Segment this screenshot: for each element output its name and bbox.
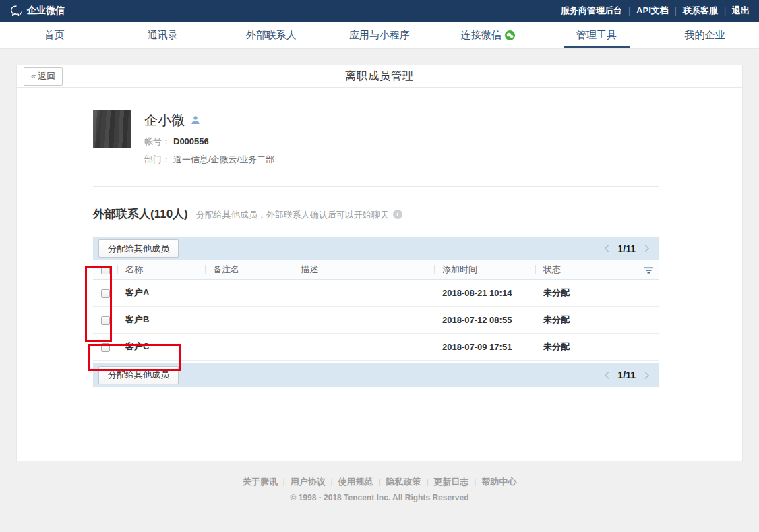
topbar-link-provider-admin[interactable]: 服务商管理后台 — [561, 5, 622, 17]
tab-label: 连接微信 — [461, 29, 502, 40]
tab-connect-wechat[interactable]: 连接微信 — [433, 22, 542, 48]
col-header-remark: 备注名 — [205, 260, 293, 279]
cell-status: 未分配 — [535, 306, 638, 333]
separator: | — [474, 478, 476, 486]
contacts-table: 名称 备注名 描述 添加时间 状态 — [93, 260, 659, 361]
prev-page-icon[interactable] — [603, 243, 611, 254]
separator: | — [628, 6, 630, 16]
table-toolbar-top: 分配给其他成员 1/11 — [93, 237, 659, 260]
table-toolbar-bottom: 分配给其他成员 1/11 — [93, 363, 659, 387]
footer-link-user-agreement[interactable]: 用户协议 — [291, 477, 326, 487]
avatar — [93, 110, 131, 148]
topbar-links: 服务商管理后台 | API文档 | 联系客服 | 退出 — [561, 5, 750, 17]
department-row: 部门：道一信息/企微云/业务二部 — [144, 154, 274, 166]
cell-added-time: 2018-08-21 10:14 — [434, 279, 535, 306]
member-profile: 企小微 帐号：D000556 部门：道一信息/企微云/业务二部 — [93, 110, 742, 166]
tab-external-contacts[interactable]: 外部联系人 — [217, 22, 326, 48]
cell-description — [293, 333, 434, 360]
tab-label: 管理工具 — [576, 29, 617, 40]
profile-info: 企小微 帐号：D000556 部门：道一信息/企微云/业务二部 — [144, 110, 274, 166]
info-icon[interactable]: i — [393, 210, 402, 219]
account-row: 帐号：D000556 — [144, 136, 274, 148]
table-row: 客户B 2018-07-12 08:55 未分配 — [93, 306, 659, 333]
table-header-row: 名称 备注名 描述 添加时间 状态 — [93, 260, 659, 279]
table-row: 客户A 2018-08-21 10:14 未分配 — [93, 279, 659, 306]
back-label: 返回 — [38, 71, 55, 81]
select-all-checkbox[interactable] — [101, 266, 110, 274]
col-header-added-time: 添加时间 — [434, 260, 535, 279]
footer-link-usage-rules[interactable]: 使用规范 — [338, 477, 373, 487]
col-header-status: 状态 — [535, 260, 638, 279]
prev-page-icon[interactable] — [603, 370, 611, 381]
topbar-link-api-docs[interactable]: API文档 — [636, 5, 669, 17]
footer-link-about[interactable]: 关于腾讯 — [243, 477, 278, 487]
footer-link-help-center[interactable]: 帮助中心 — [481, 477, 516, 487]
divider — [93, 186, 659, 187]
wechat-icon — [505, 31, 515, 42]
cell-name: 客户B — [117, 306, 205, 333]
cell-remark — [205, 306, 293, 333]
cell-description — [293, 306, 434, 333]
row-checkbox[interactable] — [101, 343, 110, 352]
tab-label: 应用与小程序 — [349, 29, 410, 40]
cell-added-time: 2018-07-12 08:55 — [434, 306, 535, 333]
row-checkbox[interactable] — [101, 316, 110, 325]
tab-label: 外部联系人 — [246, 29, 297, 40]
tab-home[interactable]: 首页 — [0, 22, 109, 48]
col-header-name: 名称 — [117, 260, 205, 279]
table-row: 客户C 2018-07-09 17:51 未分配 — [93, 333, 659, 360]
external-contacts-table: 分配给其他成员 1/11 名称 备注名 — [93, 237, 659, 387]
cell-remark — [205, 279, 293, 306]
main-nav: 首页 通讯录 外部联系人 应用与小程序 连接微信 管理工具 我的企业 — [0, 22, 759, 49]
assign-button-top[interactable]: 分配给其他成员 — [98, 239, 179, 258]
brand-name: 企业微信 — [27, 5, 65, 17]
section-title: 外部联系人(110人) — [93, 206, 188, 222]
separator: | — [724, 6, 726, 16]
tab-my-company[interactable]: 我的企业 — [650, 22, 759, 48]
tab-label: 首页 — [44, 29, 64, 40]
tab-apps[interactable]: 应用与小程序 — [326, 22, 434, 48]
card-header: «返回 离职成员管理 — [17, 65, 742, 88]
row-checkbox[interactable] — [101, 289, 110, 298]
footer-link-changelog[interactable]: 更新日志 — [433, 477, 468, 487]
pagination-top: 1/11 — [603, 243, 651, 254]
page-indicator: 1/11 — [618, 370, 636, 380]
member-name: 企小微 — [144, 111, 185, 129]
col-header-description: 描述 — [293, 260, 434, 279]
separator: | — [379, 478, 381, 486]
account-value: D000556 — [173, 136, 209, 146]
cell-status: 未分配 — [535, 333, 638, 360]
next-page-icon[interactable] — [642, 370, 651, 381]
topbar-link-logout[interactable]: 退出 — [732, 5, 750, 17]
content-card: «返回 离职成员管理 企小微 帐号：D000556 部门：道一信息/企微云/业务… — [16, 65, 743, 461]
cell-remark — [205, 333, 293, 360]
topbar-link-contact-support[interactable]: 联系客服 — [683, 5, 718, 17]
brand: 企业微信 — [9, 4, 65, 18]
back-button[interactable]: «返回 — [24, 67, 63, 86]
separator: | — [283, 478, 285, 486]
tab-label: 通讯录 — [148, 29, 178, 40]
assign-button-bottom[interactable]: 分配给其他成员 — [98, 366, 179, 384]
tab-label: 我的企业 — [685, 29, 725, 40]
cell-name: 客户C — [117, 333, 205, 360]
section-subtitle: 分配给其他成员，外部联系人确认后可以开始聊天 — [196, 209, 389, 221]
tab-contacts[interactable]: 通讯录 — [109, 22, 217, 48]
back-chevrons-icon: « — [31, 71, 36, 81]
section-head: 外部联系人(110人) 分配给其他成员，外部联系人确认后可以开始聊天 i — [93, 206, 742, 222]
pagination-bottom: 1/11 — [603, 370, 651, 381]
cell-status: 未分配 — [535, 279, 638, 306]
cell-added-time: 2018-07-09 17:51 — [434, 333, 535, 360]
footer-link-privacy-policy[interactable]: 隐私政策 — [386, 477, 421, 487]
wecom-logo-icon — [9, 4, 24, 18]
filter-icon[interactable] — [644, 266, 654, 274]
department-value: 道一信息/企微云/业务二部 — [173, 154, 274, 165]
cell-description — [293, 279, 434, 306]
next-page-icon[interactable] — [642, 243, 651, 254]
footer: 关于腾讯|用户协议|使用规范|隐私政策|更新日志|帮助中心 © 1998 - 2… — [0, 476, 759, 502]
cell-name: 客户A — [117, 279, 205, 306]
tab-admin-tools[interactable]: 管理工具 — [542, 22, 650, 48]
page-title: 离职成员管理 — [17, 69, 742, 84]
person-icon — [191, 113, 200, 128]
separator: | — [675, 6, 677, 16]
copyright: © 1998 - 2018 Tencent Inc. All Rights Re… — [0, 493, 759, 502]
